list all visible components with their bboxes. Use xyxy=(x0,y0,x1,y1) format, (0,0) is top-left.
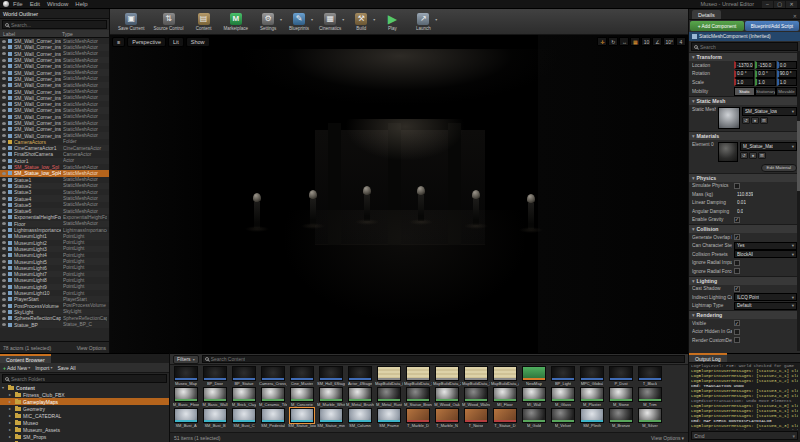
asset-tile[interactable]: M_Statue_Bronze xyxy=(404,387,432,407)
menu-item[interactable]: File xyxy=(13,1,23,7)
visibility-eye-icon[interactable] xyxy=(2,109,6,112)
outliner-row[interactable]: MuseumLight8 PointLight xyxy=(0,277,109,283)
asset-tile[interactable]: M_Velvet xyxy=(549,408,577,428)
outliner-row[interactable]: Statue5 StaticMeshActor xyxy=(0,202,109,208)
save-all-button[interactable]: Save All xyxy=(57,365,75,371)
visibility-eye-icon[interactable] xyxy=(2,103,6,106)
statue-actor[interactable] xyxy=(309,190,317,225)
menu-item[interactable]: Window xyxy=(47,1,68,7)
checkbox[interactable] xyxy=(734,337,740,343)
mobility-static-button[interactable]: Static xyxy=(734,87,755,96)
view-mode-button[interactable]: Lit xyxy=(168,37,184,47)
asset-tile[interactable]: SM_Statue_med xyxy=(317,408,345,428)
world-outliner-tab[interactable]: World Outliner xyxy=(0,9,109,19)
static-mesh-dropdown[interactable]: SM_Statue_low xyxy=(742,107,797,116)
section-header-static-mesh[interactable]: Static Mesh xyxy=(689,96,800,105)
visibility-eye-icon[interactable] xyxy=(2,197,6,200)
asset-tile[interactable]: MapBuildData_2 xyxy=(433,366,461,386)
checkbox[interactable] xyxy=(734,268,740,274)
browse-to-asset-icon[interactable] xyxy=(760,117,768,124)
asset-tile[interactable]: MI_Wall xyxy=(520,387,548,407)
expand-arrow-icon[interactable]: ▸ xyxy=(9,420,13,425)
value-field[interactable]: BlockAll xyxy=(734,250,797,258)
outliner-row[interactable]: MuseumLight10 PointLight xyxy=(0,290,109,296)
visibility-eye-icon[interactable] xyxy=(2,254,6,257)
section-header-rendering[interactable]: Rendering xyxy=(689,310,800,319)
asset-tile[interactable]: NewMap xyxy=(520,366,548,386)
asset-tile[interactable]: T_Noise xyxy=(462,408,490,428)
outliner-row[interactable]: MuseumLight1 PointLight xyxy=(0,233,109,239)
toolbar-button[interactable]: ▤ Content xyxy=(193,13,215,31)
outliner-row[interactable]: Floor StaticMeshActor xyxy=(0,221,109,227)
visibility-eye-icon[interactable] xyxy=(2,241,6,244)
outliner-row[interactable]: SM_Wall_Corner_inst7 StaticMeshActor xyxy=(0,76,109,82)
browse-to-material-icon[interactable] xyxy=(758,152,766,159)
checkbox[interactable] xyxy=(734,183,740,189)
visibility-eye-icon[interactable] xyxy=(2,203,6,206)
value-field[interactable]: 0.01 xyxy=(734,199,797,207)
toolbar-button[interactable]: ⚒ Build xyxy=(350,13,372,31)
asset-tile[interactable]: M_Stone xyxy=(607,387,635,407)
visibility-eye-icon[interactable] xyxy=(2,166,6,169)
expand-arrow-icon[interactable]: ▸ xyxy=(9,399,13,404)
asset-tile[interactable]: SM_Bust_A xyxy=(172,408,200,428)
outliner-row[interactable]: CineCameraActor1 CineCameraActor xyxy=(0,145,109,151)
expand-arrow-icon[interactable]: ▸ xyxy=(9,434,13,439)
checkbox[interactable] xyxy=(734,217,740,223)
location-y-field[interactable]: -150.0 xyxy=(755,61,775,69)
statue-actor[interactable] xyxy=(417,186,425,221)
asset-tile[interactable]: MPC_Global xyxy=(578,366,606,386)
outliner-row[interactable]: Statue3 StaticMeshActor xyxy=(0,189,109,195)
checkbox[interactable] xyxy=(734,260,740,266)
asset-tile[interactable]: M_Trim xyxy=(636,387,664,407)
viewport-options-icon[interactable] xyxy=(112,37,125,47)
asset-tile[interactable]: T_Black xyxy=(636,366,664,386)
visibility-eye-icon[interactable] xyxy=(2,178,6,181)
material-dropdown[interactable]: M_Statue_Mat xyxy=(740,142,797,151)
section-header-lighting[interactable]: Lighting xyxy=(689,276,800,285)
value-field[interactable]: 110.839 xyxy=(734,190,797,198)
add-new-button[interactable]: Add New xyxy=(3,365,30,371)
asset-search-input[interactable]: Search Content xyxy=(202,355,685,363)
asset-tile[interactable]: M_Concrete xyxy=(288,387,316,407)
toolbar-button[interactable]: ▦ Cinematics xyxy=(319,13,341,31)
outliner-row[interactable]: MuseumLight7 PointLight xyxy=(0,271,109,277)
asset-tile[interactable]: M_Basic_Wall xyxy=(201,387,229,407)
tab-content-browser[interactable]: Content Browser xyxy=(0,354,51,363)
visibility-eye-icon[interactable] xyxy=(2,260,6,263)
view-options-button[interactable]: View Options xyxy=(77,345,106,351)
visibility-eye-icon[interactable] xyxy=(2,184,6,187)
outliner-row[interactable]: MuseumLight5 PointLight xyxy=(0,258,109,264)
folder-search-input[interactable]: Search Folders xyxy=(2,374,167,383)
asset-tile[interactable]: M_Metal_Brushed xyxy=(346,387,374,407)
expand-arrow-icon[interactable]: ▸ xyxy=(9,406,13,411)
menu-item[interactable]: Edit xyxy=(30,1,40,7)
visibility-eye-icon[interactable] xyxy=(2,122,6,125)
asset-tile[interactable]: SM_Statue_low xyxy=(288,408,316,428)
value-field[interactable]: ILCQ Point xyxy=(734,293,797,301)
folder-row[interactable]: ▸ Museo xyxy=(0,419,169,426)
section-header-physics[interactable]: Physics xyxy=(689,173,800,182)
rotation-y-field[interactable]: 0.0 ° xyxy=(755,70,775,78)
asset-tile[interactable]: MapBuildData_0 xyxy=(375,366,403,386)
outliner-row[interactable]: SM_Wall_Corner_inst StaticMeshActor xyxy=(0,38,109,44)
asset-tile[interactable]: Actor_4Stage xyxy=(346,366,374,386)
visibility-eye-icon[interactable] xyxy=(2,140,6,143)
toolbar-button[interactable]: M Marketplace xyxy=(224,13,249,31)
asset-tile[interactable]: T_Marble_D xyxy=(404,408,432,428)
asset-tile[interactable]: SM_Bust_C xyxy=(230,408,258,428)
visibility-eye-icon[interactable] xyxy=(2,247,6,250)
outliner-row[interactable]: MuseumLight4 PointLight xyxy=(0,252,109,258)
filters-button[interactable]: Filters xyxy=(173,355,199,364)
viewport-tool-icon[interactable]: 4 xyxy=(676,37,686,46)
location-x-field[interactable]: -1370.0 xyxy=(734,61,754,69)
visibility-eye-icon[interactable] xyxy=(2,71,6,74)
asset-tile[interactable]: M_Gold xyxy=(520,408,548,428)
outliner-row[interactable]: MuseumLight2 PointLight xyxy=(0,240,109,246)
outliner-row[interactable]: Statue_BP Statue_BP_C xyxy=(0,321,109,327)
outliner-row[interactable]: SM_Wall_Corner_inst4 StaticMeshActor xyxy=(0,57,109,63)
checkbox[interactable] xyxy=(734,286,740,292)
visibility-eye-icon[interactable] xyxy=(2,90,6,93)
outliner-row[interactable]: PostProcessVolume PostProcessVolume xyxy=(0,302,109,308)
asset-tile[interactable]: T_Statue_D xyxy=(491,408,519,428)
